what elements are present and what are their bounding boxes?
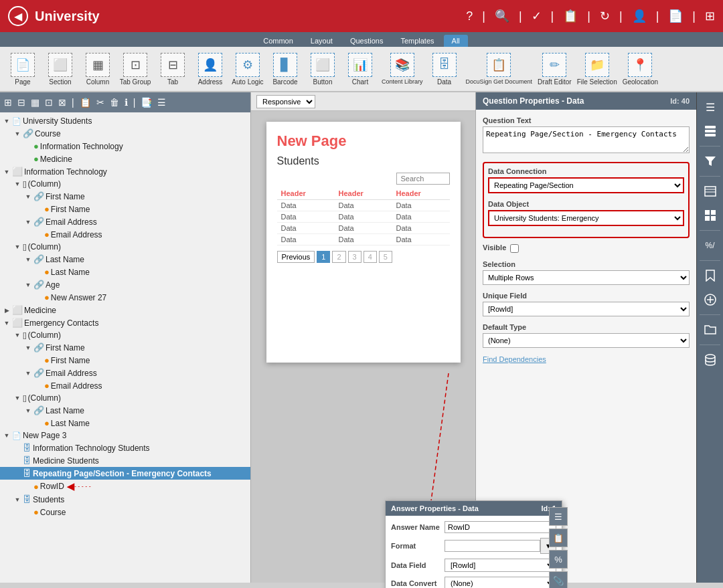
sidebar-icon-folder[interactable]: [701, 320, 720, 339]
delete-icon[interactable]: 🗑: [110, 97, 119, 108]
tree-node-new-page-3[interactable]: ▼ 📄 New Page 3: [0, 429, 250, 442]
tab-templates[interactable]: Templates: [392, 35, 442, 47]
tool-page[interactable]: 📄 Page: [5, 50, 40, 88]
tree-node-lastname-group[interactable]: ▼ 🔗 Last Name: [0, 253, 250, 266]
page-5-button[interactable]: 5: [379, 251, 392, 263]
sidebar-icon-1[interactable]: ☰: [701, 98, 720, 116]
tool-barcode[interactable]: ▊ Barcode: [268, 50, 303, 88]
tree-node-med-students[interactable]: 🗄 Medicine Students: [0, 454, 250, 467]
page-3-button[interactable]: 3: [348, 251, 362, 263]
search-input[interactable]: [396, 173, 450, 185]
copy-icon[interactable]: 📋: [563, 9, 578, 23]
tool-button[interactable]: ⬜ Button: [305, 50, 340, 88]
tree-node-info-tech-section[interactable]: ▼ ⬜ Information Technology: [0, 165, 250, 178]
search-icon[interactable]: 🔍: [495, 9, 509, 23]
sidebar-icon-2[interactable]: [701, 122, 720, 140]
popup-icon-2[interactable]: 📋: [549, 528, 568, 547]
copy-tree-icon[interactable]: 📋: [80, 97, 91, 108]
view-icon4[interactable]: ⊡: [45, 97, 53, 108]
tool-docusign[interactable]: 📋 DocuSign Get Document: [465, 50, 534, 88]
page-1-button[interactable]: 1: [317, 251, 330, 263]
cut-icon[interactable]: ✂: [96, 97, 104, 108]
visible-checkbox[interactable]: [510, 244, 519, 253]
page-4-button[interactable]: 4: [364, 251, 377, 263]
tree-node-course2[interactable]: ● Course: [0, 506, 250, 518]
tab-common[interactable]: Common: [255, 35, 301, 47]
tree-node-firstname[interactable]: ● First Name: [0, 203, 250, 215]
sidebar-icon-grid[interactable]: [701, 206, 720, 225]
sidebar-icon-list[interactable]: [701, 182, 720, 201]
tree-node-emergency-contacts[interactable]: ▼ ⬜ Emergency Contacts: [0, 316, 250, 329]
tree-node-ec-column1[interactable]: ▼ [] (Column): [0, 329, 250, 341]
sidebar-icon-database[interactable]: [701, 351, 720, 369]
popup-icon-1[interactable]: ☰: [549, 507, 568, 526]
tool-geolocation[interactable]: 📍 Geolocation: [621, 50, 659, 88]
view-icon1[interactable]: ⊞: [4, 97, 12, 108]
tree-node-firstname-group[interactable]: ▼ 🔗 First Name: [0, 190, 250, 203]
tree-node-column2[interactable]: ▼ [] (Column): [0, 241, 250, 253]
refresh-icon[interactable]: ↻: [600, 9, 610, 23]
unique-field-select[interactable]: [RowId]: [483, 302, 690, 316]
table-row[interactable]: DataDataData: [277, 234, 450, 246]
tree-node-ec-ln[interactable]: ● Last Name: [0, 417, 250, 429]
tool-file-selection[interactable]: 📁 File Selection: [576, 50, 619, 88]
tool-content-library[interactable]: 📚 Content Library: [380, 50, 424, 88]
tree-node-repeating-emergency[interactable]: 🗄 Repeating Page/Section - Emergency Con…: [0, 467, 250, 480]
sidebar-icon-bookmark[interactable]: [701, 266, 720, 285]
duplicate-icon[interactable]: 📑: [141, 97, 152, 108]
tree-node-ec-ln-group[interactable]: ▼ 🔗 Last Name: [0, 404, 250, 417]
list-icon[interactable]: ☰: [157, 97, 166, 108]
tree-node-course[interactable]: ▼ 🔗 Course: [0, 127, 250, 140]
data-field-select[interactable]: [RowId]: [445, 559, 556, 572]
table-row[interactable]: DataDataData: [277, 223, 450, 234]
tool-tab-group[interactable]: ⊡ Tab Group: [118, 50, 153, 88]
back-button[interactable]: ◀: [8, 6, 28, 26]
page-2-button[interactable]: 2: [332, 251, 345, 263]
question-text-input[interactable]: Repeating Page/Section - Emergency Conta…: [483, 126, 690, 153]
data-convert-select[interactable]: (None): [445, 577, 556, 588]
prev-button[interactable]: Previous: [277, 251, 315, 263]
tree-node-email-group[interactable]: ▼ 🔗 Email Address: [0, 215, 250, 228]
check-icon[interactable]: ✓: [532, 9, 542, 23]
popup-icon-4[interactable]: 📎: [549, 571, 568, 588]
tool-data[interactable]: 🗄 Data: [427, 50, 462, 88]
tree-node-ec-email[interactable]: ● Email Address: [0, 379, 250, 392]
tree-node-ec-column2[interactable]: ▼ [] (Column): [0, 392, 250, 404]
tree-node-new-answer-27[interactable]: ● New Answer 27: [0, 291, 250, 304]
tree-node-students[interactable]: ▼ 🗄 Students: [0, 493, 250, 506]
tool-address[interactable]: 👤 Address: [193, 50, 228, 88]
publish-icon[interactable]: 📄: [668, 9, 683, 23]
tree-node-column1[interactable]: ▼ [] (Column): [0, 178, 250, 190]
user-icon[interactable]: 👤: [632, 9, 647, 23]
tool-chart[interactable]: 📊 Chart: [343, 50, 378, 88]
tool-draft-editor[interactable]: ✏ Draft Editor: [536, 50, 573, 88]
responsive-select[interactable]: Responsive: [256, 95, 315, 108]
data-object-select[interactable]: University Students: Emergency: [488, 210, 684, 226]
tool-column[interactable]: ▦ Column: [80, 50, 115, 88]
format-input[interactable]: [445, 540, 540, 552]
data-connection-select[interactable]: Repeating Page/Section: [488, 177, 684, 193]
find-dependencies-link[interactable]: Find Dependencies: [483, 355, 546, 363]
tree-node-age[interactable]: ▼ 🔗 Age: [0, 278, 250, 291]
tree-node-ec-fn-group[interactable]: ▼ 🔗 First Name: [0, 341, 250, 354]
tree-node-info-tech[interactable]: ● Information Technology: [0, 140, 250, 153]
view-icon2[interactable]: ⊟: [17, 97, 25, 108]
default-type-select[interactable]: (None): [483, 333, 690, 348]
tree-node-rowid[interactable]: ● RowID ◀ - - - - -: [0, 480, 250, 493]
tree-node-email[interactable]: ● Email Address: [0, 228, 250, 241]
tree-node-university-students[interactable]: ▼ 📄 University Students: [0, 115, 250, 127]
selection-select[interactable]: Multiple Rows: [483, 270, 690, 285]
table-row[interactable]: DataDataData: [277, 211, 450, 223]
tab-questions[interactable]: Questions: [342, 35, 392, 47]
view-icon5[interactable]: ⊠: [58, 97, 66, 108]
tab-all[interactable]: All: [444, 35, 468, 47]
answer-name-input[interactable]: [445, 521, 556, 533]
popup-icon-3[interactable]: %: [549, 550, 568, 569]
tree-node-it-students[interactable]: 🗄 Information Technology Students: [0, 442, 250, 454]
help-icon[interactable]: ?: [466, 9, 473, 23]
tree-node-medicine-section[interactable]: ▶ ⬜ Medicine: [0, 304, 250, 316]
tab-layout[interactable]: Layout: [303, 35, 341, 47]
tree-node-lastname[interactable]: ● Last Name: [0, 266, 250, 278]
tree-node-medicine[interactable]: ● Medicine: [0, 153, 250, 165]
grid-icon[interactable]: ⊞: [705, 9, 715, 23]
